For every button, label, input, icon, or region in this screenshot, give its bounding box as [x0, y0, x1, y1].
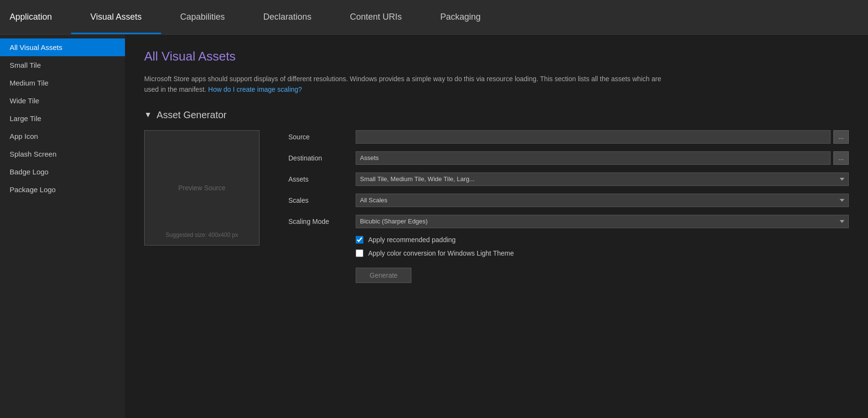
scales-row: Scales All Scales 100 125 150 200 400	[288, 194, 849, 207]
destination-input-group: ...	[356, 151, 849, 165]
sidebar-label-wide-tile: Wide Tile	[10, 97, 39, 105]
checkbox-color-label[interactable]: Apply color conversion for Windows Light…	[368, 249, 514, 257]
assets-label: Assets	[288, 175, 356, 183]
sidebar-item-large-tile[interactable]: Large Tile	[0, 110, 125, 127]
generate-row: Generate	[356, 268, 849, 283]
sidebar-label-all-visual-assets: All Visual Assets	[10, 43, 62, 51]
preview-size: Suggested size: 400x400 px	[166, 232, 238, 238]
checkbox-color-conversion[interactable]	[356, 249, 363, 257]
scaling-mode-select[interactable]: Bicubic (Sharper Edges) Bicubic Fant Lin…	[356, 215, 849, 228]
assets-select[interactable]: Small Tile, Medium Tile, Wide Tile, Larg…	[356, 172, 849, 186]
destination-label: Destination	[288, 154, 356, 162]
nav-label-visual-assets: Visual Assets	[90, 12, 142, 22]
main-layout: All Visual Assets Small Tile Medium Tile…	[0, 35, 868, 418]
sidebar-label-badge-logo: Badge Logo	[10, 168, 49, 176]
asset-generator-header: ▼ Asset Generator	[144, 110, 849, 121]
preview-box: Preview Source Suggested size: 400x400 p…	[144, 130, 260, 246]
scales-input-group: All Scales 100 125 150 200 400	[356, 194, 849, 207]
sidebar-label-package-logo: Package Logo	[10, 185, 56, 194]
scales-label: Scales	[288, 197, 356, 204]
source-input[interactable]	[356, 130, 831, 144]
content-area: All Visual Assets Microsoft Store apps s…	[125, 35, 868, 418]
checkbox-color-row: Apply color conversion for Windows Light…	[356, 249, 849, 257]
scaling-mode-row: Scaling Mode Bicubic (Sharper Edges) Bic…	[288, 215, 849, 228]
image-scaling-link[interactable]: How do I create image scaling?	[208, 86, 302, 93]
nav-item-capabilities[interactable]: Capabilities	[161, 0, 244, 34]
sidebar: All Visual Assets Small Tile Medium Tile…	[0, 35, 125, 418]
description: Microsoft Store apps should support disp…	[144, 74, 673, 95]
scaling-mode-input-group: Bicubic (Sharper Edges) Bicubic Fant Lin…	[356, 215, 849, 228]
assets-input-group: Small Tile, Medium Tile, Wide Tile, Larg…	[356, 172, 849, 186]
sidebar-item-splash-screen[interactable]: Splash Screen	[0, 145, 125, 163]
destination-browse-button[interactable]: ...	[833, 151, 849, 165]
source-row: Source ...	[288, 130, 849, 144]
sidebar-label-splash-screen: Splash Screen	[10, 150, 57, 158]
generate-button[interactable]: Generate	[356, 268, 411, 283]
scaling-mode-label: Scaling Mode	[288, 218, 356, 225]
nav-item-declarations[interactable]: Declarations	[244, 0, 331, 34]
source-input-group: ...	[356, 130, 849, 144]
nav-label-capabilities: Capabilities	[180, 12, 225, 22]
sidebar-label-large-tile: Large Tile	[10, 114, 41, 123]
sidebar-item-wide-tile[interactable]: Wide Tile	[0, 92, 125, 110]
section-title: Asset Generator	[157, 110, 227, 121]
top-nav: Application Visual Assets Capabilities D…	[0, 0, 868, 35]
asset-generator-body: Preview Source Suggested size: 400x400 p…	[144, 130, 849, 283]
nav-label-packaging: Packaging	[440, 12, 481, 22]
nav-label-content-uris: Content URIs	[350, 12, 402, 22]
assets-row: Assets Small Tile, Medium Tile, Wide Til…	[288, 172, 849, 186]
sidebar-item-medium-tile[interactable]: Medium Tile	[0, 74, 125, 92]
form-area: Source ... Destination ... Ass	[288, 130, 849, 283]
destination-input[interactable]	[356, 151, 831, 165]
chevron-icon[interactable]: ▼	[144, 111, 152, 119]
sidebar-item-package-logo[interactable]: Package Logo	[0, 181, 125, 198]
sidebar-label-app-icon: App Icon	[10, 132, 38, 140]
nav-item-packaging[interactable]: Packaging	[421, 0, 500, 34]
source-label: Source	[288, 133, 356, 141]
sidebar-item-all-visual-assets[interactable]: All Visual Assets	[0, 38, 125, 56]
nav-label-application: Application	[10, 12, 52, 22]
nav-item-application[interactable]: Application	[0, 0, 71, 34]
page-title: All Visual Assets	[144, 49, 849, 64]
sidebar-item-badge-logo[interactable]: Badge Logo	[0, 163, 125, 181]
sidebar-label-medium-tile: Medium Tile	[10, 79, 49, 87]
nav-item-visual-assets[interactable]: Visual Assets	[71, 0, 161, 34]
sidebar-item-app-icon[interactable]: App Icon	[0, 127, 125, 145]
sidebar-item-small-tile[interactable]: Small Tile	[0, 56, 125, 74]
scales-select[interactable]: All Scales 100 125 150 200 400	[356, 194, 849, 207]
nav-item-content-uris[interactable]: Content URIs	[331, 0, 421, 34]
checkbox-padding[interactable]	[356, 236, 363, 244]
checkbox-padding-row: Apply recommended padding	[356, 236, 849, 244]
sidebar-label-small-tile: Small Tile	[10, 61, 41, 69]
destination-row: Destination ...	[288, 151, 849, 165]
nav-label-declarations: Declarations	[263, 12, 311, 22]
checkbox-padding-label[interactable]: Apply recommended padding	[368, 236, 456, 244]
source-browse-button[interactable]: ...	[833, 130, 849, 144]
preview-label: Preview Source	[178, 184, 225, 192]
